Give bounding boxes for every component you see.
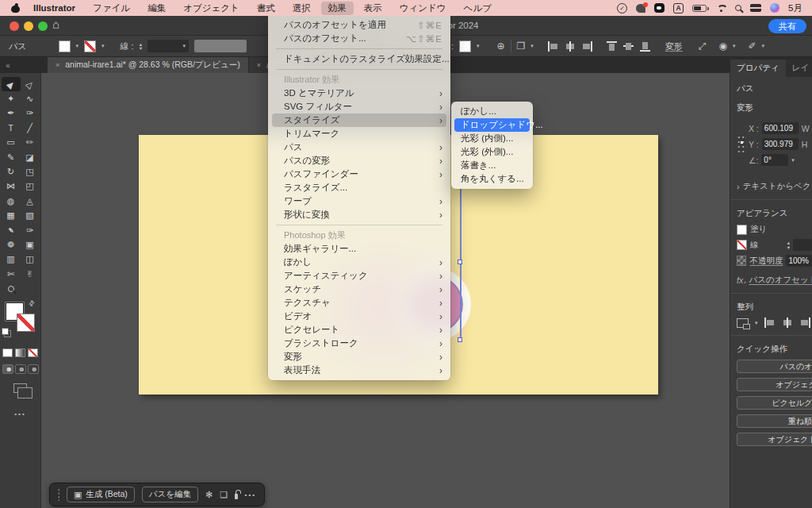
- curvature-tool[interactable]: ✑: [21, 106, 40, 121]
- angle-chevron-icon[interactable]: ▾: [791, 157, 795, 164]
- submenu-item-round-corners[interactable]: 角を丸くする...: [451, 172, 533, 186]
- menu-item-crop-marks[interactable]: トリムマーク: [268, 127, 450, 140]
- apple-menu-icon[interactable]: [11, 3, 20, 13]
- siri-icon[interactable]: [770, 3, 779, 13]
- menu-item-texture[interactable]: テクスチャ›: [268, 296, 450, 310]
- stroke-chevron-icon[interactable]: ▾: [102, 43, 105, 49]
- mesh-tool[interactable]: ▦: [2, 209, 21, 223]
- menu-item-warp[interactable]: ワープ›: [268, 194, 450, 208]
- selection-handle-middle[interactable]: [458, 260, 462, 264]
- opacity-input[interactable]: 100%: [786, 255, 812, 267]
- style-chevron-icon[interactable]: ▾: [477, 43, 480, 49]
- submenu-item-outer-glow[interactable]: 光彩 (外側)...: [451, 145, 533, 159]
- lasso-tool[interactable]: ∿: [21, 91, 40, 106]
- close-window-button[interactable]: [10, 21, 19, 31]
- opacity-link[interactable]: 不透明度: [749, 256, 783, 267]
- menu-item-pixelate[interactable]: ピクセレート›: [268, 323, 450, 337]
- control-center-icon[interactable]: [750, 4, 761, 12]
- stroke-swatch[interactable]: [17, 314, 35, 332]
- edit-toolbar-chevron-icon[interactable]: ▾: [761, 43, 764, 49]
- menu-item-brush-strokes[interactable]: ブラシストローク›: [268, 337, 450, 350]
- menubar-date[interactable]: 5月: [788, 2, 802, 14]
- eyedropper-tool[interactable]: ✑: [21, 223, 40, 237]
- quick-action-pixel-grid-button[interactable]: ピクセルグリッ: [737, 396, 812, 410]
- menubar-item-file[interactable]: ファイル: [86, 2, 137, 15]
- angle-input[interactable]: 0°: [761, 154, 788, 166]
- draw-inside-mode-button[interactable]: [28, 364, 39, 374]
- align-center-icon[interactable]: [782, 318, 793, 328]
- input-source-icon[interactable]: A: [673, 3, 684, 13]
- menu-item-effect-gallery[interactable]: 効果ギャラリー...: [268, 242, 450, 256]
- rectangle-tool[interactable]: ▭: [2, 136, 21, 150]
- artboard-tool[interactable]: ◫: [21, 252, 40, 267]
- submenu-item-feather[interactable]: ぼかし...: [451, 105, 533, 118]
- fill-color-swatch[interactable]: [59, 40, 71, 52]
- screen-mode-icon[interactable]: [13, 383, 27, 393]
- quick-action-arrange-button[interactable]: 重ね順: [737, 414, 812, 428]
- expander-arrow-icon[interactable]: ›: [737, 182, 740, 191]
- transform-link[interactable]: 変形: [665, 40, 683, 52]
- document-setup-chevron-icon[interactable]: ▾: [530, 43, 534, 49]
- eraser-tool[interactable]: ◪: [21, 150, 40, 164]
- menu-item-video[interactable]: ビデオ›: [268, 310, 450, 323]
- selection-handle-corner[interactable]: [458, 337, 462, 342]
- menu-item-apply-offset-path[interactable]: パスのオフセットを適用⇧⌘E: [268, 18, 450, 32]
- submenu-item-scribble[interactable]: 落書き...: [451, 159, 533, 172]
- duplicate-icon[interactable]: ❏: [220, 490, 228, 500]
- menu-item-sketch[interactable]: スケッチ›: [268, 283, 450, 296]
- menu-item-path[interactable]: パス›: [268, 140, 450, 154]
- recolor-chevron-icon[interactable]: ▾: [733, 43, 736, 49]
- stroke-weight-stepper[interactable]: ▴▾: [140, 42, 142, 51]
- tab-layers[interactable]: レイ: [786, 60, 812, 77]
- align-to-chevron-icon[interactable]: ▾: [755, 320, 758, 326]
- close-tab-icon[interactable]: ×: [56, 61, 59, 69]
- menu-item-distort-transform[interactable]: パスの変形›: [268, 154, 450, 167]
- stroke-weight-dropdown[interactable]: ▾: [147, 40, 189, 52]
- quick-action-object-button[interactable]: オブジェクト: [737, 378, 812, 391]
- menubar-item-illustrator[interactable]: Illustrator: [26, 2, 82, 13]
- menubar-item-select[interactable]: 選択: [285, 2, 318, 15]
- document-tab-active[interactable]: × animal-irare1.ai* @ 28.63 % (RGB/プレビュー…: [48, 57, 248, 73]
- stroke-weight-input[interactable]: [793, 239, 812, 251]
- slice-tool[interactable]: ▣: [21, 237, 40, 252]
- x-input[interactable]: 600.109: [762, 122, 799, 134]
- taskbar-drag-handle[interactable]: [58, 488, 59, 501]
- menu-item-convert-to-shape[interactable]: 形状に変換›: [268, 208, 450, 221]
- tab-properties[interactable]: プロパティ: [730, 60, 786, 77]
- edit-toolbar-more-icon[interactable]: •••: [0, 410, 40, 418]
- pen-tool[interactable]: ✒: [2, 106, 21, 121]
- menubar-item-type[interactable]: 書式: [250, 2, 282, 15]
- submenu-item-inner-glow[interactable]: 光彩 (内側)...: [451, 132, 533, 145]
- rotate-tool[interactable]: ↻: [2, 164, 21, 179]
- scale-tool[interactable]: ◳: [21, 164, 40, 179]
- paintbrush-tool[interactable]: ✏: [21, 136, 40, 150]
- color-button[interactable]: [2, 348, 13, 357]
- globe-icon[interactable]: ⊕: [496, 40, 504, 52]
- menubar-item-edit[interactable]: 編集: [140, 2, 173, 15]
- wifi-icon[interactable]: [715, 4, 726, 12]
- draw-behind-mode-button[interactable]: [15, 364, 26, 374]
- none-button[interactable]: [28, 348, 38, 357]
- menu-item-distort[interactable]: 変形›: [268, 350, 450, 364]
- menu-item-offset-path[interactable]: パスのオフセット...⌥⇧⌘E: [268, 32, 450, 45]
- width-tool[interactable]: ⋈: [2, 179, 21, 194]
- gradient-button[interactable]: [15, 348, 25, 357]
- blend-tool[interactable]: ✒: [2, 223, 21, 237]
- style-swatch[interactable]: [459, 40, 471, 52]
- edit-path-button[interactable]: パスを編集: [142, 487, 198, 502]
- fill-chevron-icon[interactable]: ▾: [76, 43, 79, 49]
- menu-item-raster-effect-settings[interactable]: ドキュメントのラスタライズ効果設定...: [268, 52, 450, 66]
- brush-definition-field[interactable]: [194, 40, 247, 52]
- edit-toolbar-icon[interactable]: ✐: [748, 40, 756, 52]
- type-tool[interactable]: T: [2, 121, 21, 135]
- quick-action-offset-path-button[interactable]: パスのオフ: [737, 360, 812, 373]
- align-top-icon[interactable]: [607, 41, 618, 52]
- menu-item-rasterize[interactable]: ラスタライズ...: [268, 181, 450, 194]
- recolor-icon[interactable]: ◉: [718, 40, 726, 52]
- collapse-tabs-icon[interactable]: «: [0, 57, 16, 73]
- line-segment-tool[interactable]: ╱: [21, 121, 40, 135]
- stroke-weight-stepper[interactable]: ▴▾: [787, 241, 790, 249]
- share-button[interactable]: 共有: [768, 19, 806, 33]
- align-bottom-icon[interactable]: [640, 41, 651, 52]
- submenu-item-drop-shadow[interactable]: ドロップシャドウ...: [454, 118, 530, 132]
